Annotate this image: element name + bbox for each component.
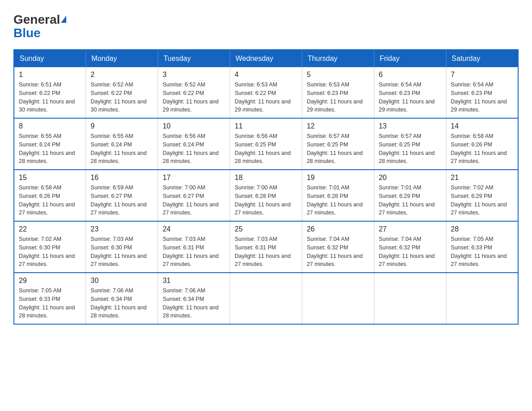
calendar-cell: 8 Sunrise: 6:55 AMSunset: 6:24 PMDayligh…: [14, 118, 86, 170]
calendar-week-5: 29 Sunrise: 7:05 AMSunset: 6:33 PMDaylig…: [14, 273, 518, 324]
day-number: 4: [235, 71, 297, 79]
calendar-cell: 19 Sunrise: 7:01 AMSunset: 6:28 PMDaylig…: [302, 170, 374, 221]
calendar-cell: 9 Sunrise: 6:55 AMSunset: 6:24 PMDayligh…: [86, 118, 158, 170]
calendar-cell: 26 Sunrise: 7:04 AMSunset: 6:32 PMDaylig…: [302, 221, 374, 273]
day-number: 16: [90, 174, 153, 182]
day-number: 30: [90, 277, 153, 285]
calendar-cell: 29 Sunrise: 7:05 AMSunset: 6:33 PMDaylig…: [14, 273, 86, 324]
day-number: 17: [163, 174, 225, 182]
day-info: Sunrise: 7:02 AMSunset: 6:30 PMDaylight:…: [19, 236, 75, 267]
col-header-wednesday: Wednesday: [230, 50, 302, 67]
calendar-cell: 16 Sunrise: 6:59 AMSunset: 6:27 PMDaylig…: [86, 170, 158, 221]
col-header-saturday: Saturday: [446, 50, 518, 67]
calendar-cell: 14 Sunrise: 6:58 AMSunset: 6:26 PMDaylig…: [446, 118, 518, 170]
calendar-cell: 7 Sunrise: 6:54 AMSunset: 6:23 PMDayligh…: [446, 67, 518, 118]
day-info: Sunrise: 7:03 AMSunset: 6:30 PMDaylight:…: [90, 236, 146, 267]
calendar-cell: 28 Sunrise: 7:05 AMSunset: 6:33 PMDaylig…: [446, 221, 518, 273]
calendar-cell: [302, 273, 374, 324]
day-number: 19: [307, 174, 369, 182]
day-info: Sunrise: 7:00 AMSunset: 6:27 PMDaylight:…: [163, 184, 219, 216]
logo-blue: Blue: [13, 26, 41, 40]
calendar-cell: 4 Sunrise: 6:53 AMSunset: 6:22 PMDayligh…: [230, 67, 302, 118]
day-info: Sunrise: 7:05 AMSunset: 6:33 PMDaylight:…: [451, 236, 507, 267]
day-number: 18: [235, 174, 297, 182]
calendar-cell: 2 Sunrise: 6:52 AMSunset: 6:22 PMDayligh…: [86, 67, 158, 118]
calendar-header-row: SundayMondayTuesdayWednesdayThursdayFrid…: [14, 50, 518, 67]
calendar-cell: 24 Sunrise: 7:03 AMSunset: 6:31 PMDaylig…: [158, 221, 230, 273]
day-number: 5: [307, 71, 369, 79]
calendar-cell: 5 Sunrise: 6:53 AMSunset: 6:23 PMDayligh…: [302, 67, 374, 118]
calendar-cell: 11 Sunrise: 6:56 AMSunset: 6:25 PMDaylig…: [230, 118, 302, 170]
col-header-monday: Monday: [86, 50, 158, 67]
day-number: 2: [90, 71, 153, 79]
col-header-sunday: Sunday: [14, 50, 86, 67]
calendar-cell: 31 Sunrise: 7:06 AMSunset: 6:34 PMDaylig…: [158, 273, 230, 324]
calendar-cell: 3 Sunrise: 6:52 AMSunset: 6:22 PMDayligh…: [158, 67, 230, 118]
day-info: Sunrise: 7:04 AMSunset: 6:32 PMDaylight:…: [307, 236, 363, 267]
calendar-cell: [374, 273, 446, 324]
day-info: Sunrise: 6:51 AMSunset: 6:22 PMDaylight:…: [19, 81, 75, 113]
day-info: Sunrise: 7:01 AMSunset: 6:28 PMDaylight:…: [307, 184, 363, 216]
day-info: Sunrise: 6:59 AMSunset: 6:27 PMDaylight:…: [90, 184, 146, 216]
calendar-cell: 25 Sunrise: 7:03 AMSunset: 6:31 PMDaylig…: [230, 221, 302, 273]
day-info: Sunrise: 6:53 AMSunset: 6:22 PMDaylight:…: [235, 81, 291, 113]
calendar-cell: 23 Sunrise: 7:03 AMSunset: 6:30 PMDaylig…: [86, 221, 158, 273]
day-info: Sunrise: 7:01 AMSunset: 6:29 PMDaylight:…: [379, 184, 435, 216]
day-number: 25: [235, 225, 297, 233]
day-info: Sunrise: 6:55 AMSunset: 6:24 PMDaylight:…: [90, 133, 146, 164]
day-number: 23: [90, 225, 153, 233]
calendar-table: SundayMondayTuesdayWednesdayThursdayFrid…: [13, 49, 519, 325]
day-number: 8: [19, 122, 81, 130]
calendar-cell: 1 Sunrise: 6:51 AMSunset: 6:22 PMDayligh…: [14, 67, 86, 118]
day-info: Sunrise: 6:54 AMSunset: 6:23 PMDaylight:…: [379, 81, 435, 113]
calendar-cell: 10 Sunrise: 6:56 AMSunset: 6:24 PMDaylig…: [158, 118, 230, 170]
day-number: 28: [451, 225, 513, 233]
calendar-cell: [446, 273, 518, 324]
calendar-cell: 18 Sunrise: 7:00 AMSunset: 6:28 PMDaylig…: [230, 170, 302, 221]
day-number: 26: [307, 225, 369, 233]
day-info: Sunrise: 6:58 AMSunset: 6:26 PMDaylight:…: [19, 184, 75, 216]
day-info: Sunrise: 6:58 AMSunset: 6:26 PMDaylight:…: [451, 133, 507, 164]
day-info: Sunrise: 7:06 AMSunset: 6:34 PMDaylight:…: [163, 287, 219, 319]
calendar-cell: 21 Sunrise: 7:02 AMSunset: 6:29 PMDaylig…: [446, 170, 518, 221]
day-number: 31: [163, 277, 225, 285]
col-header-thursday: Thursday: [302, 50, 374, 67]
col-header-friday: Friday: [374, 50, 446, 67]
calendar-week-3: 15 Sunrise: 6:58 AMSunset: 6:26 PMDaylig…: [14, 170, 518, 221]
day-info: Sunrise: 6:52 AMSunset: 6:22 PMDaylight:…: [163, 81, 219, 113]
day-number: 10: [163, 122, 225, 130]
day-number: 12: [307, 122, 369, 130]
day-info: Sunrise: 6:54 AMSunset: 6:23 PMDaylight:…: [451, 81, 507, 113]
day-number: 21: [451, 174, 513, 182]
calendar-week-2: 8 Sunrise: 6:55 AMSunset: 6:24 PMDayligh…: [14, 118, 518, 170]
calendar-cell: 27 Sunrise: 7:04 AMSunset: 6:32 PMDaylig…: [374, 221, 446, 273]
day-number: 29: [19, 277, 81, 285]
day-number: 13: [379, 122, 442, 130]
day-number: 9: [90, 122, 153, 130]
logo-arrow-icon: [61, 16, 66, 23]
calendar-cell: 12 Sunrise: 6:57 AMSunset: 6:25 PMDaylig…: [302, 118, 374, 170]
day-info: Sunrise: 6:55 AMSunset: 6:24 PMDaylight:…: [19, 133, 75, 164]
day-number: 11: [235, 122, 297, 130]
calendar-cell: 17 Sunrise: 7:00 AMSunset: 6:27 PMDaylig…: [158, 170, 230, 221]
calendar-cell: 13 Sunrise: 6:57 AMSunset: 6:25 PMDaylig…: [374, 118, 446, 170]
logo: General Blue: [13, 13, 66, 40]
calendar-cell: 15 Sunrise: 6:58 AMSunset: 6:26 PMDaylig…: [14, 170, 86, 221]
day-number: 7: [451, 71, 513, 79]
day-info: Sunrise: 6:56 AMSunset: 6:25 PMDaylight:…: [235, 133, 291, 164]
day-info: Sunrise: 7:02 AMSunset: 6:29 PMDaylight:…: [451, 184, 507, 216]
day-number: 27: [379, 225, 442, 233]
day-info: Sunrise: 6:57 AMSunset: 6:25 PMDaylight:…: [379, 133, 435, 164]
day-info: Sunrise: 7:03 AMSunset: 6:31 PMDaylight:…: [163, 236, 219, 267]
day-info: Sunrise: 6:57 AMSunset: 6:25 PMDaylight:…: [307, 133, 363, 164]
day-info: Sunrise: 6:53 AMSunset: 6:23 PMDaylight:…: [307, 81, 363, 113]
day-info: Sunrise: 7:04 AMSunset: 6:32 PMDaylight:…: [379, 236, 435, 267]
calendar-week-1: 1 Sunrise: 6:51 AMSunset: 6:22 PMDayligh…: [14, 67, 518, 118]
day-number: 1: [19, 71, 81, 79]
calendar-cell: [230, 273, 302, 324]
calendar-cell: 30 Sunrise: 7:06 AMSunset: 6:34 PMDaylig…: [86, 273, 158, 324]
logo-general: General: [13, 13, 60, 26]
day-info: Sunrise: 7:00 AMSunset: 6:28 PMDaylight:…: [235, 184, 291, 216]
day-number: 20: [379, 174, 442, 182]
col-header-tuesday: Tuesday: [158, 50, 230, 67]
